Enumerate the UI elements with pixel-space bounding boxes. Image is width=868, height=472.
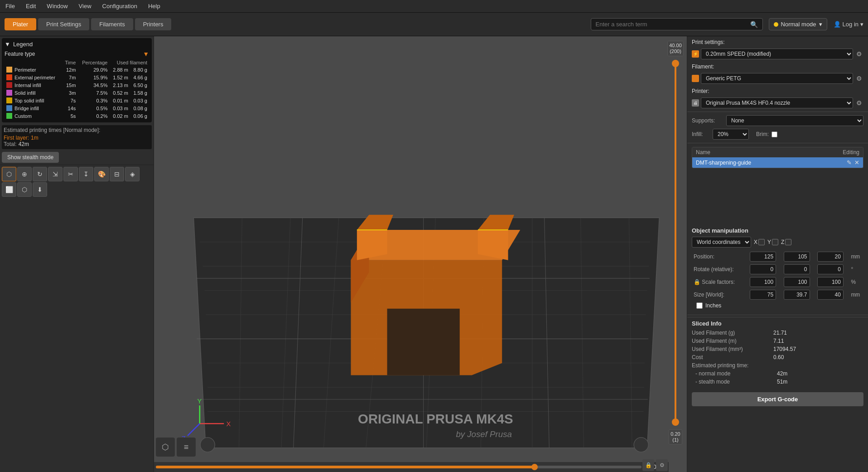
scale-x-input[interactable]	[750, 277, 776, 287]
tab-plater[interactable]: Plater	[5, 18, 36, 30]
infill-select[interactable]: 20%	[713, 129, 749, 140]
size-z-input[interactable]	[817, 290, 844, 300]
total-row: Total: 42m	[4, 141, 150, 147]
menu-configuration[interactable]: Configuration	[101, 2, 139, 10]
axis-y-label: Y	[767, 239, 778, 245]
size-x-input[interactable]	[750, 290, 776, 300]
printer-select[interactable]: Original Prusa MK4S HF0.4 nozzle	[701, 97, 853, 108]
tool-download[interactable]: ⬇	[33, 182, 47, 197]
tool-height[interactable]: ⊟	[110, 167, 124, 181]
right-panel: Print settings: ⚡ 0.20mm SPEED (modified…	[687, 36, 868, 472]
size-y-input[interactable]	[784, 290, 810, 300]
tool-support[interactable]: ↧	[79, 167, 93, 181]
inches-checkbox[interactable]	[696, 302, 703, 309]
feature-time: 15m	[62, 81, 77, 89]
feature-type-label: Feature type	[5, 51, 35, 57]
objects-col-name: Name	[696, 149, 843, 156]
z-slider-bottom-thumb[interactable]	[672, 418, 679, 426]
print-profile-gear[interactable]: ⚙	[855, 50, 863, 58]
legend-panel: ▼ Legend Feature type ▼ Time Percentage …	[2, 38, 152, 122]
tool-seam[interactable]: ◈	[125, 167, 140, 181]
tab-printers[interactable]: Printers	[135, 18, 172, 30]
filament-g-row: Used Filament (g) 21.71	[692, 329, 863, 337]
print-profile-icon: ⚡	[692, 50, 699, 58]
tool-select[interactable]: ⬡	[2, 167, 16, 181]
settings-icon[interactable]: ⚙	[656, 459, 668, 471]
tool-orient[interactable]: ⬡	[17, 182, 32, 197]
filter-icon[interactable]: ▼	[143, 50, 149, 58]
tool-scale[interactable]: ⇲	[48, 167, 63, 181]
mode-dropdown[interactable]: Normal mode ▾	[769, 18, 827, 30]
feature-grams: 4.66 g	[130, 73, 149, 81]
filament-m-row: Used Filament (m) 7.11	[692, 337, 863, 345]
z-slider-track[interactable]	[675, 60, 676, 425]
pos-x-input[interactable]	[750, 252, 776, 262]
tool-move[interactable]: ⊕	[17, 167, 32, 181]
search-input[interactable]	[591, 18, 763, 30]
tool-cut[interactable]: ✂	[63, 167, 78, 181]
menu-help[interactable]: Help	[146, 2, 162, 10]
3d-view-button[interactable]: ⬡	[156, 438, 175, 457]
stealth-mode-val: 51m	[777, 379, 787, 385]
print-times-label: Estimated printing times [Normal mode]:	[4, 127, 150, 133]
filament-m-label: Used Filament (m)	[692, 338, 773, 344]
pos-y-input[interactable]	[784, 252, 810, 262]
feature-name: Internal infill	[5, 81, 62, 89]
z-slider[interactable]: 40.00 (200) 0.20 (1)	[669, 41, 682, 445]
print-settings-label: Print settings:	[687, 36, 868, 47]
est-print-row: Estimated printing time:	[692, 361, 863, 370]
tool-color[interactable]: 🎨	[94, 167, 109, 181]
rot-x-input[interactable]	[750, 264, 776, 274]
rot-y-input[interactable]	[784, 264, 810, 274]
tab-print-settings[interactable]: Print Settings	[38, 18, 89, 30]
lock-icon[interactable]: 🔒	[694, 279, 700, 285]
filament-select[interactable]: Generic PETG	[701, 73, 853, 84]
object-list-item[interactable]: DMT-sharpening-guide ✎ ✕	[692, 157, 863, 168]
axis-z-check[interactable]	[785, 239, 791, 245]
z-slider-top-thumb[interactable]	[672, 60, 679, 67]
printer-gear[interactable]: ⚙	[855, 99, 863, 107]
stealth-mode-button[interactable]: Show stealth mode	[2, 152, 59, 163]
filament-mm3-label: Used Filament (mm³)	[692, 346, 773, 352]
layer-view-button[interactable]: ≡	[177, 438, 196, 457]
print-profile-select[interactable]: 0.20mm SPEED (modified)	[701, 49, 853, 59]
tab-filaments[interactable]: Filaments	[91, 18, 133, 30]
scale-y-input[interactable]	[784, 277, 810, 287]
rot-z-input[interactable]	[817, 264, 844, 274]
object-delete-icon[interactable]: ✕	[854, 159, 859, 166]
login-button[interactable]: 👤 Log in ▾	[834, 21, 863, 28]
pos-z-input[interactable]	[817, 252, 844, 262]
tool-hollow[interactable]: ⬜	[2, 182, 16, 197]
chevron-down-icon: ▾	[860, 21, 863, 28]
menu-window[interactable]: Window	[45, 2, 69, 10]
feature-time: 7s	[62, 97, 77, 104]
scale-z-input[interactable]	[817, 277, 844, 287]
viewport[interactable]: ORIGINAL PRUSA MK4S by Josef Prusa X Y Z…	[154, 36, 687, 472]
coord-system-select[interactable]: World coordinates	[692, 237, 751, 248]
tool-rotate[interactable]: ↻	[33, 167, 47, 181]
legend-header[interactable]: ▼ Legend	[5, 41, 149, 48]
supports-select[interactable]: None	[726, 115, 863, 126]
svg-marker-28	[387, 309, 460, 375]
brim-checkbox[interactable]	[772, 131, 777, 137]
feature-time: 14s	[62, 104, 77, 112]
feature-time: 3m	[62, 89, 77, 97]
menu-file[interactable]: File	[4, 2, 17, 10]
object-edit-icon[interactable]: ✎	[847, 159, 852, 166]
axis-y-check[interactable]	[772, 239, 778, 245]
lock-icon[interactable]: 🔒	[642, 459, 654, 471]
feature-name: Top solid infill	[5, 97, 62, 104]
menu-edit[interactable]: Edit	[24, 2, 38, 10]
filament-gear[interactable]: ⚙	[855, 75, 863, 82]
feature-meters: 0.01 m	[109, 97, 130, 104]
menu-view[interactable]: View	[77, 2, 93, 10]
col-pct: Percentage	[77, 59, 109, 66]
progress-track[interactable]	[156, 466, 641, 468]
stealth-mode-label: - stealth mode	[695, 379, 777, 385]
progress-thumb[interactable]	[531, 464, 538, 470]
axis-x-check[interactable]	[758, 239, 765, 245]
bed-scene: ORIGINAL PRUSA MK4S by Josef Prusa X Y Z	[154, 36, 687, 472]
filament-label: Filament:	[687, 61, 868, 72]
feature-name: Bridge infill	[5, 104, 62, 112]
export-gcode-button[interactable]: Export G-code	[692, 392, 863, 406]
